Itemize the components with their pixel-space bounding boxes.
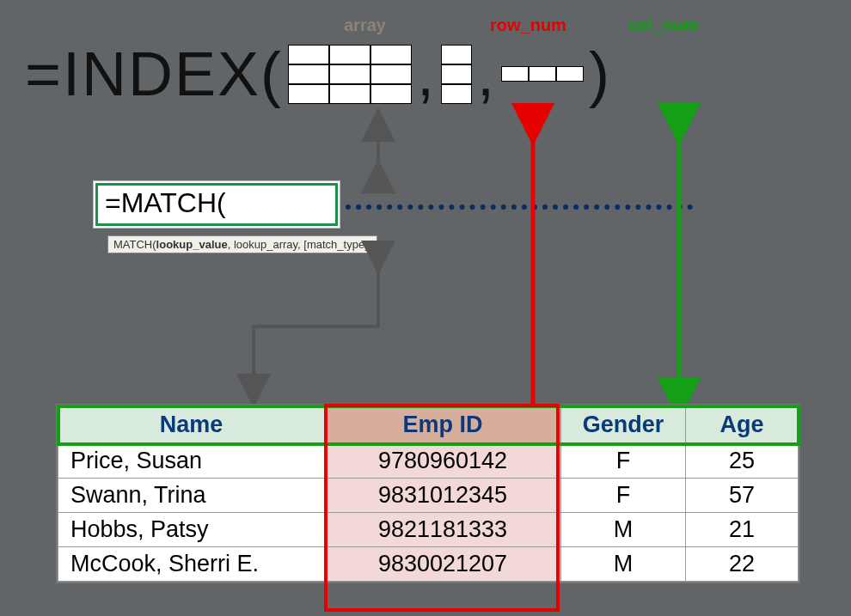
- label-array: array: [344, 15, 386, 35]
- formula-prefix: =INDEX(: [25, 43, 283, 105]
- table-row: McCook, Sherri E. 9830021207 M 22: [58, 547, 799, 582]
- header-emp-id: Emp ID: [325, 406, 561, 444]
- match-formula-text: =MATCH(: [95, 183, 338, 226]
- dotted-connector: [346, 204, 693, 210]
- header-name: Name: [58, 406, 325, 444]
- header-age: Age: [686, 406, 799, 444]
- label-col-num: col_num: [628, 15, 698, 35]
- array-icon: [288, 45, 412, 104]
- formula-close: ): [589, 43, 611, 105]
- table-row: Hobbs, Patsy 9821181333 M 21: [58, 513, 799, 547]
- data-table: Name Emp ID Gender Age Price, Susan 9780…: [56, 404, 800, 583]
- match-tooltip: MATCH(lookup_value, lookup_array, [match…: [107, 235, 377, 253]
- header-gender: Gender: [561, 406, 686, 444]
- table-row: Swann, Trina 9831012345 F 57: [58, 479, 799, 513]
- table-header-row: Name Emp ID Gender Age: [58, 406, 799, 444]
- index-formula: =INDEX( , , ): [25, 43, 611, 105]
- table-row: Price, Susan 9780960142 F 25: [58, 444, 799, 479]
- comma-1: ,: [417, 43, 436, 105]
- match-formula-box: =MATCH(: [93, 180, 340, 229]
- label-row-num: row_num: [490, 15, 566, 35]
- comma-2: ,: [477, 43, 496, 105]
- col-num-icon: [501, 66, 584, 82]
- row-num-icon: [441, 45, 472, 104]
